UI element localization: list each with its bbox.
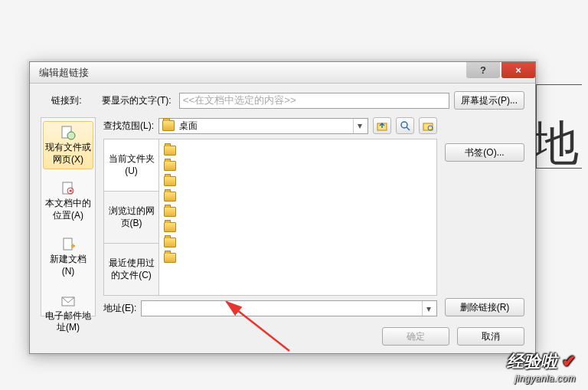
display-text-input[interactable] bbox=[179, 93, 449, 109]
background-text: 地 bbox=[531, 111, 579, 175]
list-item[interactable] bbox=[164, 250, 432, 265]
tab-current-folder[interactable]: 当前文件夹(U) bbox=[103, 139, 158, 192]
list-item[interactable] bbox=[164, 143, 432, 158]
linkto-new-document[interactable]: 新建文档(N) bbox=[43, 233, 93, 281]
lookup-value: 桌面 bbox=[179, 120, 198, 133]
folder-icon bbox=[164, 238, 176, 247]
file-list[interactable] bbox=[158, 139, 437, 296]
folder-icon bbox=[164, 222, 176, 232]
tab-browsed-pages[interactable]: 浏览过的网页(B) bbox=[103, 192, 158, 244]
close-button[interactable]: × bbox=[501, 62, 535, 78]
linkto-this-document[interactable]: 本文档中的位置(A) bbox=[43, 177, 93, 225]
linkto-existing-file[interactable]: 现有文件或网页(X) bbox=[43, 121, 93, 169]
linkto-item-label: 新建文档(N) bbox=[45, 254, 91, 277]
svg-point-4 bbox=[70, 190, 72, 192]
lookup-label: 查找范围(L): bbox=[103, 120, 154, 133]
screentip-button[interactable]: 屏幕提示(P)... bbox=[454, 91, 524, 110]
watermark: 经验啦 ✔ jingyanla.com bbox=[507, 350, 576, 384]
link-to-label: 链接到: bbox=[41, 94, 93, 107]
check-icon: ✔ bbox=[562, 352, 576, 371]
cancel-button[interactable]: 取消 bbox=[457, 327, 524, 346]
folder-icon bbox=[164, 176, 176, 186]
tab-recent-files[interactable]: 最近使用过的文件(C) bbox=[103, 244, 158, 296]
new-document-icon bbox=[60, 237, 76, 252]
address-combo[interactable]: ▾ bbox=[141, 300, 437, 316]
linkto-item-label: 现有文件或网页(X) bbox=[45, 142, 91, 166]
bookmark-button[interactable]: 书签(O)... bbox=[445, 143, 524, 162]
svg-rect-5 bbox=[64, 238, 72, 250]
list-item[interactable] bbox=[164, 158, 432, 173]
help-button[interactable]: ? bbox=[466, 62, 500, 78]
remove-link-button[interactable]: 删除链接(R) bbox=[445, 298, 524, 316]
link-to-panel: 现有文件或网页(X) 本文档中的位置(A) bbox=[41, 117, 96, 316]
document-target-icon bbox=[60, 181, 76, 196]
list-item[interactable] bbox=[164, 219, 432, 234]
folder-icon bbox=[164, 207, 176, 217]
folder-icon bbox=[164, 146, 176, 156]
linkto-item-label: 本文档中的位置(A) bbox=[45, 198, 91, 221]
svg-point-1 bbox=[67, 132, 75, 139]
list-item[interactable] bbox=[164, 188, 432, 204]
ok-button[interactable]: 确定 bbox=[382, 327, 449, 346]
list-item[interactable] bbox=[164, 173, 432, 188]
list-item[interactable] bbox=[164, 234, 432, 250]
browse-web-button[interactable] bbox=[396, 117, 414, 134]
watermark-text: 经验啦 bbox=[507, 352, 557, 371]
folder-icon bbox=[162, 120, 175, 131]
display-text-label: 要显示的文字(T): bbox=[102, 94, 172, 107]
lookup-combo[interactable]: 桌面 ▾ bbox=[158, 118, 368, 134]
watermark-url: jingyanla.com bbox=[507, 373, 576, 384]
dialog-title: 编辑超链接 bbox=[39, 66, 89, 80]
up-folder-button[interactable] bbox=[373, 117, 391, 134]
envelope-icon bbox=[60, 293, 76, 309]
browse-tabs: 当前文件夹(U) 浏览过的网页(B) 最近使用过的文件(C) bbox=[103, 139, 158, 296]
titlebar: 编辑超链接 ? × bbox=[30, 62, 535, 84]
browse-file-button[interactable] bbox=[419, 117, 437, 134]
list-item[interactable] bbox=[164, 204, 432, 219]
address-label: 地址(E): bbox=[103, 302, 136, 315]
chevron-down-icon[interactable]: ▾ bbox=[422, 301, 435, 316]
folder-icon bbox=[164, 192, 176, 202]
folder-icon bbox=[164, 253, 176, 263]
globe-page-icon bbox=[60, 125, 76, 140]
svg-point-8 bbox=[401, 122, 407, 128]
chevron-down-icon[interactable]: ▾ bbox=[353, 119, 366, 133]
edit-hyperlink-dialog: 编辑超链接 ? × 链接到: 要显示的文字(T): 屏幕提示(P)... bbox=[29, 61, 536, 354]
folder-icon bbox=[164, 161, 176, 171]
